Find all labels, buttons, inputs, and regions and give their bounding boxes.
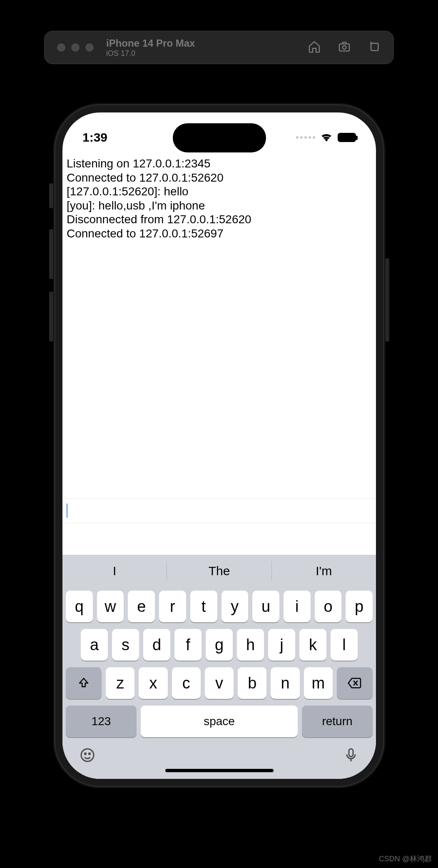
backspace-icon: [348, 677, 362, 689]
input-accessory-gap: [62, 523, 376, 555]
power-button[interactable]: [385, 258, 389, 342]
suggestion-2[interactable]: I'm: [271, 561, 376, 581]
svg-point-5: [89, 753, 90, 754]
key-r[interactable]: r: [159, 591, 186, 622]
key-w[interactable]: w: [97, 591, 124, 622]
dictation-icon[interactable]: [343, 747, 359, 765]
key-d[interactable]: d: [143, 629, 170, 661]
key-u[interactable]: u: [252, 591, 279, 622]
key-s[interactable]: s: [112, 629, 139, 661]
key-l[interactable]: l: [331, 629, 358, 661]
window-traffic-lights[interactable]: [57, 43, 94, 52]
key-h[interactable]: h: [237, 629, 264, 661]
home-indicator[interactable]: [165, 769, 274, 772]
key-t[interactable]: t: [190, 591, 217, 622]
key-a[interactable]: a: [81, 629, 108, 661]
emoji-icon[interactable]: [79, 747, 96, 765]
zoom-dot-icon[interactable]: [85, 43, 94, 52]
text-caret: [67, 504, 67, 518]
suggestion-bar: I The I'm: [62, 555, 376, 587]
svg-point-1: [343, 46, 346, 50]
key-x[interactable]: x: [139, 667, 167, 699]
svg-point-4: [85, 753, 86, 754]
screenshot-icon[interactable]: [338, 40, 351, 55]
log-line: [you]: hello,usb ,I'm iphone: [67, 199, 372, 213]
key-n[interactable]: n: [271, 667, 299, 699]
rotate-icon[interactable]: [368, 40, 381, 55]
suggestion-0[interactable]: I: [62, 555, 167, 587]
battery-icon: [338, 133, 356, 142]
numeric-key[interactable]: 123: [66, 706, 137, 737]
device-screen: 1:39 Listening on 127.0.0.1:2345 Connect…: [62, 112, 376, 779]
backspace-key[interactable]: [337, 667, 373, 699]
key-c[interactable]: c: [172, 667, 201, 699]
message-input[interactable]: [62, 498, 376, 523]
wifi-icon: [320, 130, 333, 145]
home-icon[interactable]: [308, 40, 321, 55]
key-b[interactable]: b: [238, 667, 266, 699]
log-line: Disconnected from 127.0.0.1:52620: [67, 212, 372, 227]
svg-point-3: [81, 749, 94, 761]
key-f[interactable]: f: [174, 629, 202, 661]
key-m[interactable]: m: [304, 667, 333, 699]
volume-up-button[interactable]: [49, 229, 53, 279]
dynamic-island: [173, 123, 266, 152]
key-e[interactable]: e: [128, 591, 155, 622]
log-line: Listening on 127.0.0.1:2345: [67, 157, 372, 171]
key-k[interactable]: k: [299, 629, 326, 661]
shift-icon: [77, 677, 90, 689]
close-dot-icon[interactable]: [57, 43, 65, 52]
cellular-icon: [296, 136, 315, 139]
suggestion-1[interactable]: The: [167, 561, 271, 581]
simulator-device-name: iPhone 14 Pro Max: [106, 37, 195, 49]
status-time: 1:39: [82, 130, 107, 145]
log-output: Listening on 127.0.0.1:2345 Connected to…: [62, 154, 376, 498]
key-y[interactable]: y: [221, 591, 249, 622]
svg-rect-6: [349, 749, 353, 756]
device-frame: 1:39 Listening on 127.0.0.1:2345 Connect…: [54, 104, 384, 787]
key-g[interactable]: g: [206, 629, 233, 661]
key-p[interactable]: p: [346, 591, 373, 622]
svg-rect-2: [371, 43, 378, 50]
key-z[interactable]: z: [106, 667, 134, 699]
key-j[interactable]: j: [268, 629, 295, 661]
svg-rect-0: [339, 44, 349, 51]
return-key[interactable]: return: [302, 706, 373, 737]
watermark: CSDN @林鸿群: [379, 854, 432, 864]
silence-switch[interactable]: [49, 183, 53, 208]
space-key[interactable]: space: [141, 706, 298, 737]
log-line: [127.0.0.1:52620]: hello: [67, 185, 372, 199]
key-o[interactable]: o: [315, 591, 342, 622]
key-v[interactable]: v: [205, 667, 234, 699]
key-i[interactable]: i: [284, 591, 311, 622]
volume-down-button[interactable]: [49, 292, 53, 342]
key-q[interactable]: q: [66, 591, 93, 622]
log-line: Connected to 127.0.0.1:52697: [67, 227, 372, 241]
keyboard: I The I'm q w e r t y u i o p a: [62, 555, 376, 779]
shift-key[interactable]: [66, 667, 102, 699]
simulator-os-version: iOS 17.0: [106, 49, 195, 58]
log-line: Connected to 127.0.0.1:52620: [67, 171, 372, 185]
simulator-toolbar: iPhone 14 Pro Max iOS 17.0: [44, 31, 394, 64]
minimize-dot-icon[interactable]: [71, 43, 80, 52]
